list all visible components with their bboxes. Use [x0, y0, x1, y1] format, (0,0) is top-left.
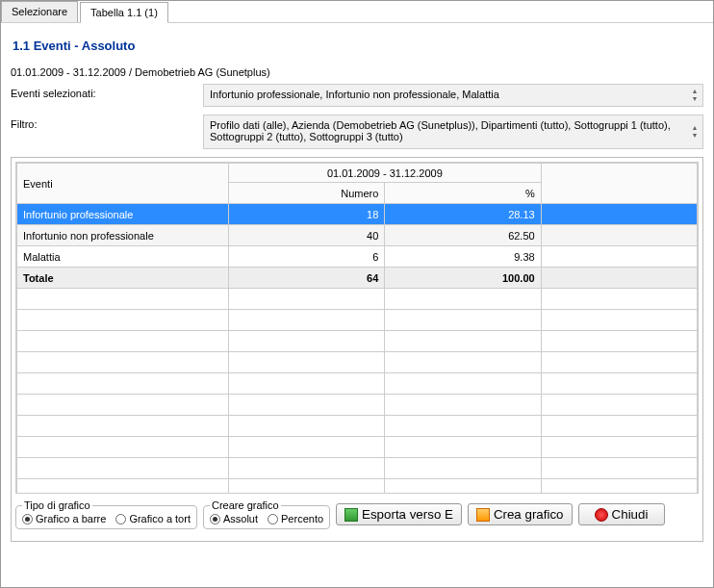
chevron-down-icon[interactable]: ▼ [689, 132, 701, 140]
table-row-empty [17, 289, 698, 310]
th-blank [541, 164, 697, 204]
table-row[interactable]: Malattia 6 9.38 [17, 246, 698, 268]
tab-bar: Selezionare Tabella 1.1 (1) [1, 1, 713, 23]
button-label: Esporta verso E [362, 507, 453, 522]
filter-field[interactable]: Profilo dati (alle), Azienda (Demobetrie… [203, 115, 703, 149]
cell-percent: 9.38 [385, 246, 541, 268]
cell-blank [541, 268, 697, 289]
filter-label: Filtro: [11, 115, 203, 149]
radio-label: Grafico a tort [129, 513, 191, 524]
events-value: Infortunio professionale, Infortunio non… [210, 89, 499, 100]
table-row-empty [17, 352, 698, 373]
total-label: Totale [17, 268, 229, 289]
radio-pie-chart[interactable]: Grafico a tort [115, 513, 191, 524]
table-row-empty [17, 458, 698, 479]
table-row-empty [17, 416, 698, 437]
events-label: Eventi selezionati: [11, 84, 203, 107]
table-row-empty [17, 479, 698, 495]
export-icon [344, 508, 358, 522]
create-chart-legend: Creare grafico [210, 499, 281, 511]
create-chart-group: Creare grafico Assolut Percento [203, 499, 330, 529]
radio-icon [115, 514, 126, 524]
radio-label: Assolut [223, 513, 258, 524]
cell-label: Infortunio professionale [17, 204, 229, 225]
cell-percent: 28.13 [385, 204, 541, 225]
chevron-down-icon[interactable]: ▼ [689, 95, 701, 103]
cell-number: 6 [229, 246, 385, 268]
cell-number: 40 [229, 225, 385, 246]
total-percent: 100.00 [385, 268, 541, 289]
cell-percent: 62.50 [385, 225, 541, 246]
button-label: Crea grafico [494, 507, 564, 522]
tab-table[interactable]: Tabella 1.1 (1) [80, 2, 168, 23]
cell-blank [541, 225, 697, 246]
cell-label: Infortunio non professionale [17, 225, 229, 246]
cell-blank [541, 246, 697, 268]
radio-icon [210, 514, 220, 524]
button-label: Chiudi [612, 507, 649, 522]
filter-value: Profilo dati (alle), Azienda (Demobetrie… [210, 119, 671, 142]
create-chart-button[interactable]: Crea grafico [468, 503, 573, 525]
th-events: Eventi [17, 164, 229, 204]
chart-type-legend: Tipo di grafico [22, 499, 92, 511]
table-row-empty [17, 310, 698, 331]
th-number: Numero [229, 183, 385, 204]
chevron-up-icon[interactable]: ▲ [689, 88, 701, 95]
table-row[interactable]: Infortunio professionale 18 28.13 [17, 204, 698, 225]
total-number: 64 [229, 268, 385, 289]
events-table: Eventi 01.01.2009 - 31.12.2009 Numero % … [16, 163, 698, 494]
tab-content: 1.1 Eventi - Assoluto 01.01.2009 - 31.12… [1, 23, 713, 542]
filter-spin[interactable]: ▲ ▼ [689, 124, 701, 140]
events-field[interactable]: Infortunio professionale, Infortunio non… [203, 84, 703, 107]
close-icon [595, 508, 608, 522]
table-row-empty [17, 373, 698, 395]
chart-icon [476, 508, 490, 522]
radio-percent[interactable]: Percento [268, 513, 323, 524]
radio-bar-chart[interactable]: Grafico a barre [22, 513, 106, 524]
close-button[interactable]: Chiudi [578, 503, 665, 525]
export-button[interactable]: Esporta verso E [336, 503, 462, 525]
radio-icon [268, 514, 278, 524]
table-container: Eventi 01.01.2009 - 31.12.2009 Numero % … [11, 157, 703, 542]
cell-number: 18 [229, 204, 385, 225]
cell-blank [541, 204, 697, 225]
radio-label: Percento [281, 513, 323, 524]
tab-select[interactable]: Selezionare [1, 1, 78, 22]
radio-absolute[interactable]: Assolut [210, 513, 258, 524]
events-spin[interactable]: ▲ ▼ [689, 88, 701, 103]
chart-type-group: Tipo di grafico Grafico a barre Grafico … [15, 499, 197, 529]
chevron-up-icon[interactable]: ▲ [689, 124, 701, 132]
radio-icon [22, 514, 33, 524]
table-row-empty [17, 437, 698, 458]
th-percent: % [385, 183, 541, 204]
page-title: 1.1 Eventi - Assoluto [13, 38, 703, 53]
table-row[interactable]: Infortunio non professionale 40 62.50 [17, 225, 698, 246]
table-row-total[interactable]: Totale 64 100.00 [17, 268, 698, 289]
date-range-company: 01.01.2009 - 31.12.2009 / Demobetrieb AG… [11, 66, 703, 78]
table-row-empty [17, 395, 698, 416]
th-date-range: 01.01.2009 - 31.12.2009 [229, 164, 542, 183]
cell-label: Malattia [17, 246, 229, 268]
bottom-bar: Tipo di grafico Grafico a barre Grafico … [15, 496, 699, 537]
table-row-empty [17, 331, 698, 352]
radio-label: Grafico a barre [36, 513, 106, 524]
table-scroll[interactable]: Eventi 01.01.2009 - 31.12.2009 Numero % … [15, 162, 699, 494]
